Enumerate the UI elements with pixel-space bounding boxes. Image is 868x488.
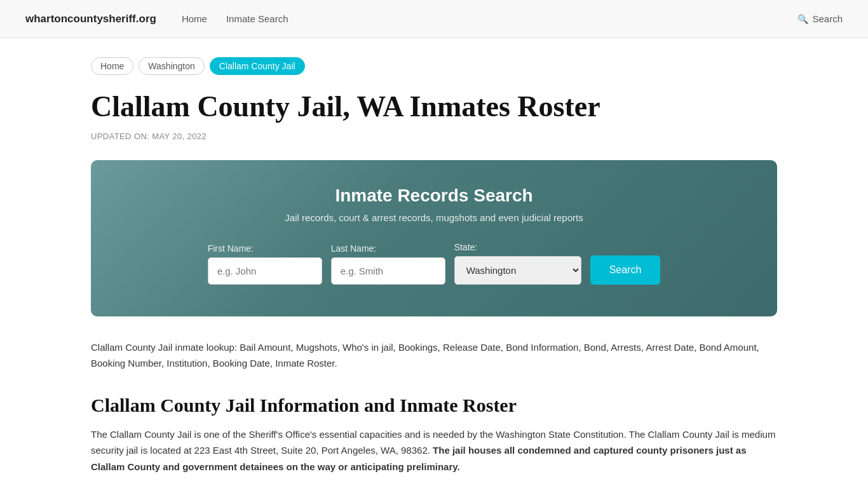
- search-icon: 🔍: [797, 14, 808, 24]
- first-name-input[interactable]: [208, 257, 322, 285]
- state-group: State: AlabamaAlaskaArizonaArkansasCalif…: [454, 242, 581, 285]
- breadcrumb-washington[interactable]: Washington: [139, 57, 204, 75]
- last-name-input[interactable]: [331, 257, 445, 285]
- search-form: First Name: Last Name: State: AlabamaAla…: [129, 242, 739, 285]
- first-name-label: First Name:: [208, 243, 322, 254]
- body-text: Clallam County Jail inmate lookup: Bail …: [91, 339, 777, 372]
- nav-link-inmate-search[interactable]: Inmate Search: [226, 13, 288, 24]
- main-content: Home Washington Clallam County Jail Clal…: [65, 38, 803, 488]
- state-label: State:: [454, 242, 581, 252]
- first-name-group: First Name:: [208, 243, 322, 285]
- section-text: The Clallam County Jail is one of the Sh…: [91, 426, 777, 475]
- navbar-search[interactable]: 🔍 Search: [797, 13, 843, 24]
- navbar: whartoncountysheriff.org Home Inmate Sea…: [0, 0, 868, 38]
- search-button[interactable]: Search: [590, 255, 661, 285]
- breadcrumb-clallam[interactable]: Clallam County Jail: [210, 57, 305, 75]
- navbar-brand[interactable]: whartoncountysheriff.org: [25, 13, 156, 25]
- breadcrumb-home[interactable]: Home: [91, 57, 133, 75]
- search-card-subtitle: Jail records, court & arrest records, mu…: [129, 212, 739, 223]
- updated-on: UPDATED ON: MAY 20, 2022: [91, 132, 777, 141]
- search-card: Inmate Records Search Jail records, cour…: [91, 160, 777, 316]
- last-name-group: Last Name:: [331, 243, 445, 285]
- breadcrumb: Home Washington Clallam County Jail: [91, 57, 777, 75]
- state-select[interactable]: AlabamaAlaskaArizonaArkansasCaliforniaCo…: [454, 256, 581, 285]
- search-card-title: Inmate Records Search: [129, 186, 739, 206]
- navbar-links: Home Inmate Search: [182, 13, 773, 24]
- page-title: Clallam County Jail, WA Inmates Roster: [91, 90, 777, 124]
- nav-link-home[interactable]: Home: [182, 13, 207, 24]
- last-name-label: Last Name:: [331, 243, 445, 254]
- navbar-search-label: Search: [812, 13, 843, 24]
- section-heading: Clallam County Jail Information and Inma…: [91, 395, 777, 416]
